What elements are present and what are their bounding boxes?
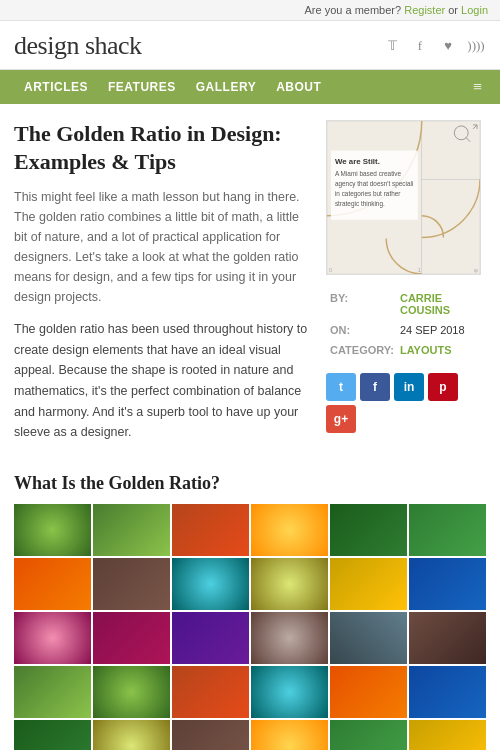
article-body1: The golden ratio has been used throughou…	[14, 319, 310, 443]
grid-cell-8	[93, 558, 170, 610]
grid-cell-10	[251, 558, 328, 610]
top-bar: Are you a member? Register or Login	[0, 0, 500, 21]
svg-text:strategic thinking.: strategic thinking.	[335, 200, 385, 208]
main-column: The Golden Ratio in Design: Examples & T…	[14, 120, 310, 457]
grid-cell-15	[172, 612, 249, 664]
grid-cell-21	[172, 666, 249, 718]
pinterest-icon[interactable]: ♥	[438, 36, 458, 56]
content-wrapper: The Golden Ratio in Design: Examples & T…	[0, 104, 500, 457]
grid-cell-5	[330, 504, 407, 556]
image-grid	[14, 504, 486, 750]
nav-features[interactable]: FEATURES	[98, 71, 186, 103]
golden-spiral-image: We are Stilt. A Miami based creative age…	[327, 121, 480, 274]
meta-table: BY: CARRIE COUSINS ON: 24 SEP 2018 CATEG…	[326, 287, 486, 361]
svg-text:We are Stilt.: We are Stilt.	[335, 157, 380, 166]
grid-cell-23	[330, 666, 407, 718]
grid-cell-29	[330, 720, 407, 750]
svg-text:A Miami based creative: A Miami based creative	[335, 170, 402, 177]
grid-cell-16	[251, 612, 328, 664]
on-value: 24 SEP 2018	[398, 321, 484, 339]
svg-text:agency that doesn't speciali: agency that doesn't speciali	[335, 180, 414, 188]
grid-cell-4	[251, 504, 328, 556]
grid-cell-14	[93, 612, 170, 664]
article-intro: This might feel like a math lesson but h…	[14, 187, 310, 307]
grid-cell-18	[409, 612, 486, 664]
section1-heading: What Is the Golden Ratio?	[14, 473, 486, 494]
nav-about[interactable]: ABOUT	[266, 71, 331, 103]
grid-cell-2	[93, 504, 170, 556]
login-link[interactable]: Login	[461, 4, 488, 16]
topbar-separator: or	[448, 4, 461, 16]
grid-cell-19	[14, 666, 91, 718]
topbar-question: Are you a member?	[305, 4, 402, 16]
register-link[interactable]: Register	[404, 4, 445, 16]
grid-cell-22	[251, 666, 328, 718]
grid-cell-25	[14, 720, 91, 750]
share-twitter[interactable]: t	[326, 373, 356, 401]
share-pinterest[interactable]: p	[428, 373, 458, 401]
grid-cell-1	[14, 504, 91, 556]
grid-cell-27	[172, 720, 249, 750]
grid-cell-9	[172, 558, 249, 610]
header: design shack 𝕋 f ♥ ))))	[0, 21, 500, 70]
main-nav: ARTICLES FEATURES GALLERY ABOUT ≡	[0, 70, 500, 104]
share-buttons: t f in p g+	[326, 373, 486, 433]
share-gplus[interactable]: g+	[326, 405, 356, 433]
sidebar-ad: We are Stilt. A Miami based creative age…	[326, 120, 481, 275]
grid-cell-13	[14, 612, 91, 664]
grid-cell-26	[93, 720, 170, 750]
svg-text:φ: φ	[474, 267, 478, 273]
social-icons: 𝕋 f ♥ ))))	[382, 36, 486, 56]
grid-cell-28	[251, 720, 328, 750]
svg-text:1: 1	[418, 267, 421, 273]
grid-cell-12	[409, 558, 486, 610]
hamburger-menu[interactable]: ≡	[469, 70, 486, 104]
grid-cell-30	[409, 720, 486, 750]
svg-text:in categories but rather: in categories but rather	[335, 190, 401, 198]
rss-icon[interactable]: ))))	[466, 36, 486, 56]
nav-gallery[interactable]: GALLERY	[186, 71, 266, 103]
full-section: What Is the Golden Ratio? Simply, the	[0, 473, 500, 750]
share-facebook[interactable]: f	[360, 373, 390, 401]
by-value: CARRIE COUSINS	[398, 289, 484, 319]
category-label: CATEGORY:	[328, 341, 396, 359]
grid-cell-6	[409, 504, 486, 556]
grid-cell-24	[409, 666, 486, 718]
grid-cell-20	[93, 666, 170, 718]
grid-cell-17	[330, 612, 407, 664]
nav-articles[interactable]: ARTICLES	[14, 71, 98, 103]
grid-cell-7	[14, 558, 91, 610]
article-title: The Golden Ratio in Design: Examples & T…	[14, 120, 310, 175]
grid-cell-3	[172, 504, 249, 556]
twitter-icon[interactable]: 𝕋	[382, 36, 402, 56]
share-linkedin[interactable]: in	[394, 373, 424, 401]
on-label: ON:	[328, 321, 396, 339]
sidebar: We are Stilt. A Miami based creative age…	[326, 120, 486, 457]
facebook-icon[interactable]: f	[410, 36, 430, 56]
category-value: LAYOUTS	[398, 341, 484, 359]
logo[interactable]: design shack	[14, 31, 142, 61]
by-label: BY:	[328, 289, 396, 319]
grid-cell-11	[330, 558, 407, 610]
